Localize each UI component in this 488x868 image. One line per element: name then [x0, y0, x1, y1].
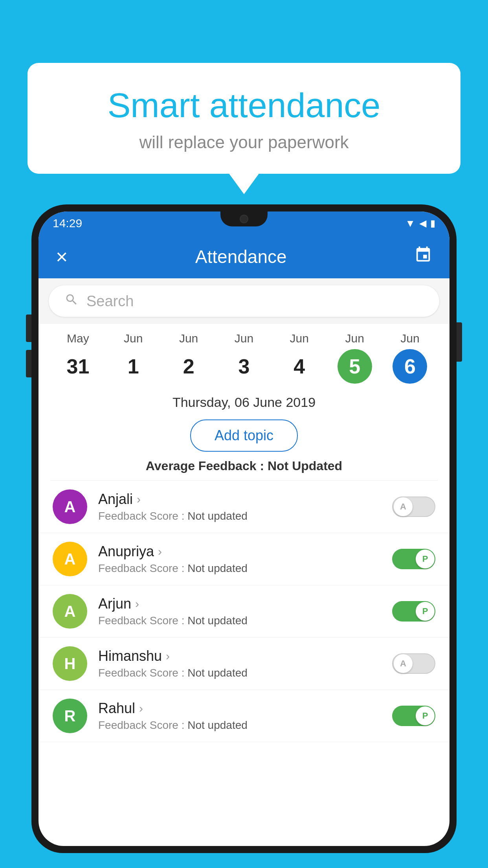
cal-month-label: Jun [345, 332, 364, 345]
search-container: Search [39, 278, 449, 324]
wifi-icon: ▼ [405, 217, 415, 230]
cal-date-number[interactable]: 5 [338, 349, 372, 384]
student-info: Rahul ›Feedback Score : Not updated [87, 700, 392, 732]
phone-frame: 14:29 ▼ ◀ ▮ × Attendance [31, 204, 457, 868]
feedback-score: Feedback Score : Not updated [98, 614, 392, 627]
speech-bubble: Smart attendance will replace your paper… [28, 63, 460, 174]
chevron-icon: › [166, 649, 170, 663]
chevron-icon: › [158, 545, 162, 558]
volume-up-button[interactable] [26, 314, 31, 342]
attendance-toggle[interactable]: A [392, 497, 435, 517]
signal-icon: ◀ [419, 218, 426, 229]
student-item[interactable]: RRahul ›Feedback Score : Not updatedP [39, 690, 449, 742]
toggle-knob: P [416, 706, 435, 725]
student-item[interactable]: AArjun ›Feedback Score : Not updatedP [39, 585, 449, 638]
bubble-subtitle: will replace your paperwork [51, 132, 437, 152]
cal-date-number[interactable]: 4 [282, 349, 317, 384]
student-info: Himanshu ›Feedback Score : Not updated [87, 648, 392, 679]
status-time: 14:29 [53, 217, 82, 230]
student-item[interactable]: AAnupriya ›Feedback Score : Not updatedP [39, 533, 449, 585]
avg-feedback: Average Feedback : Not Updated [39, 459, 449, 480]
avatar: A [53, 489, 87, 524]
calendar-day[interactable]: Jun6 [390, 332, 429, 384]
cal-date-number[interactable]: 2 [171, 349, 206, 384]
avatar: A [53, 594, 87, 629]
toggle-knob: P [416, 550, 435, 568]
calendar-icon[interactable] [414, 246, 432, 268]
feedback-score: Feedback Score : Not updated [98, 562, 392, 575]
header-title: Attendance [195, 246, 287, 267]
student-item[interactable]: HHimanshu ›Feedback Score : Not updatedA [39, 638, 449, 690]
calendar-day[interactable]: Jun1 [114, 332, 153, 384]
attendance-toggle[interactable]: P [392, 549, 435, 569]
notch [220, 211, 268, 226]
student-name: Himanshu › [98, 648, 392, 664]
student-info: Anjali ›Feedback Score : Not updated [87, 491, 392, 522]
chevron-icon: › [137, 493, 141, 506]
speech-bubble-container: Smart attendance will replace your paper… [28, 63, 460, 174]
calendar-day[interactable]: Jun4 [280, 332, 319, 384]
toggle-wrap[interactable]: P [392, 601, 435, 622]
app-header: × Attendance [39, 235, 449, 278]
student-list: AAnjali ›Feedback Score : Not updatedAAA… [39, 481, 449, 742]
cal-month-label: Jun [124, 332, 143, 345]
attendance-toggle[interactable]: P [392, 601, 435, 622]
calendar-day[interactable]: Jun5 [335, 332, 374, 384]
bubble-title: Smart attendance [51, 86, 437, 125]
battery-icon: ▮ [430, 218, 435, 229]
student-name: Anupriya › [98, 543, 392, 560]
attendance-toggle[interactable]: P [392, 706, 435, 726]
toggle-wrap[interactable]: A [392, 497, 435, 517]
chevron-icon: › [139, 702, 143, 715]
calendar-day[interactable]: Jun3 [224, 332, 264, 384]
power-button[interactable] [457, 322, 462, 362]
chevron-icon: › [135, 597, 139, 611]
phone-screen: 14:29 ▼ ◀ ▮ × Attendance [39, 211, 449, 846]
cal-month-label: May [67, 332, 89, 345]
toggle-wrap[interactable]: P [392, 549, 435, 569]
status-icons: ▼ ◀ ▮ [405, 217, 435, 230]
volume-down-button[interactable] [26, 350, 31, 377]
avatar: H [53, 646, 87, 681]
search-bar[interactable]: Search [49, 285, 439, 317]
selected-date: Thursday, 06 June 2019 [39, 388, 449, 416]
student-name: Rahul › [98, 700, 392, 717]
cal-date-number[interactable]: 1 [116, 349, 150, 384]
toggle-knob: A [394, 497, 413, 516]
calendar-day[interactable]: May31 [58, 332, 97, 384]
student-name: Arjun › [98, 596, 392, 612]
cal-month-label: Jun [235, 332, 253, 345]
cal-month-label: Jun [400, 332, 419, 345]
toggle-knob: A [394, 654, 413, 673]
add-topic-container: Add topic [39, 416, 449, 459]
cal-month-label: Jun [179, 332, 198, 345]
calendar-day[interactable]: Jun2 [169, 332, 208, 384]
add-topic-button[interactable]: Add topic [190, 419, 298, 452]
phone-outer: 14:29 ▼ ◀ ▮ × Attendance [31, 204, 457, 853]
front-camera [240, 215, 248, 223]
student-item[interactable]: AAnjali ›Feedback Score : Not updatedA [39, 481, 449, 533]
toggle-wrap[interactable]: A [392, 653, 435, 674]
student-name: Anjali › [98, 491, 392, 508]
calendar-strip: May31Jun1Jun2Jun3Jun4Jun5Jun6 [39, 324, 449, 388]
toggle-wrap[interactable]: P [392, 706, 435, 726]
student-info: Anupriya ›Feedback Score : Not updated [87, 543, 392, 575]
cal-date-number[interactable]: 31 [61, 349, 95, 384]
search-icon [64, 292, 79, 310]
cal-date-number[interactable]: 3 [227, 349, 261, 384]
feedback-score: Feedback Score : Not updated [98, 719, 392, 732]
student-info: Arjun ›Feedback Score : Not updated [87, 596, 392, 627]
close-button[interactable]: × [56, 245, 68, 268]
avatar: A [53, 542, 87, 576]
avatar: R [53, 699, 87, 733]
attendance-toggle[interactable]: A [392, 653, 435, 674]
feedback-score: Feedback Score : Not updated [98, 667, 392, 679]
feedback-score: Feedback Score : Not updated [98, 510, 392, 522]
search-placeholder: Search [86, 293, 134, 310]
toggle-knob: P [416, 602, 435, 621]
cal-date-number[interactable]: 6 [393, 349, 427, 384]
cal-month-label: Jun [290, 332, 309, 345]
